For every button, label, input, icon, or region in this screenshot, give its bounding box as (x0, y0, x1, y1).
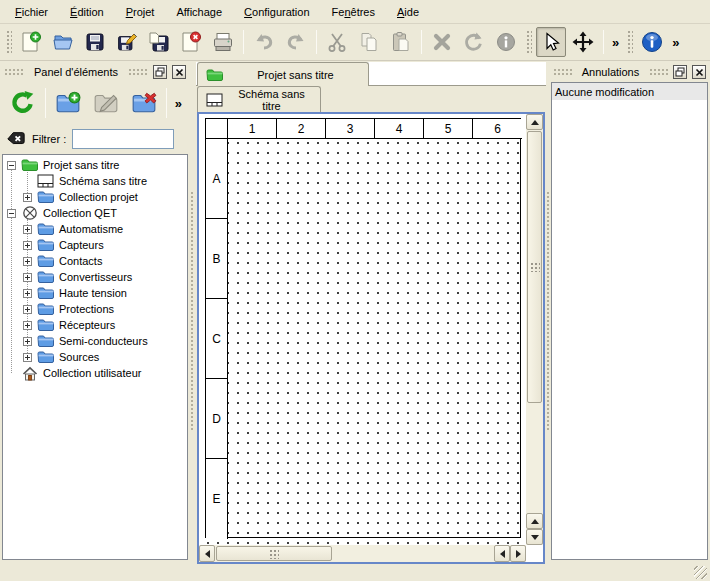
toolbar-separator (316, 30, 317, 54)
sheet-column-header-4: 4 (375, 119, 424, 139)
menu-fenetres[interactable]: Fenêtres (321, 2, 386, 22)
dock-drag-texture[interactable] (4, 68, 24, 76)
menu-edition[interactable]: Édition (59, 2, 115, 22)
menu-aide[interactable]: Aide (386, 2, 430, 22)
toolbar-grip-handle[interactable] (525, 29, 532, 55)
about-qet-button[interactable] (637, 27, 667, 57)
tree-expander-plus[interactable] (23, 241, 32, 250)
tree-expander-plus[interactable] (23, 321, 32, 330)
left-splitter[interactable] (188, 62, 196, 560)
float-panel-button[interactable] (153, 65, 167, 79)
toolbar-grip-handle[interactable] (5, 29, 12, 55)
menu-affichage[interactable]: Affichage (165, 2, 233, 22)
panel-toolbar-overflow-chevron-icon[interactable]: » (171, 96, 186, 111)
tab-schema[interactable]: Schéma sans titre (197, 86, 321, 112)
delete-button[interactable] (427, 27, 457, 57)
horizontal-scrollbar[interactable] (199, 545, 526, 562)
floppy-all-icon (148, 31, 170, 53)
scroll-up-button[interactable] (526, 114, 543, 130)
tree-item-protections[interactable]: Protections (3, 301, 187, 317)
filter-clear-icon[interactable] (6, 129, 26, 149)
window-resize-grip[interactable] (694, 566, 707, 579)
reload-collections-button[interactable] (6, 86, 40, 120)
save-button[interactable] (80, 27, 110, 57)
tree-expander-plus[interactable] (23, 289, 32, 298)
schema-viewport[interactable]: 123456ABCDE (199, 114, 526, 545)
menu-projet[interactable]: Projet (115, 2, 166, 22)
tree-item-projet-sans-titre[interactable]: Projet sans titre (3, 157, 187, 173)
toolbar-grip-handle[interactable] (626, 29, 633, 55)
open-document-button[interactable] (48, 27, 78, 57)
tree-item-collection-projet[interactable]: Collection projet (3, 189, 187, 205)
vertical-scrollbar[interactable] (526, 114, 543, 545)
scroll-left-button-2[interactable] (494, 545, 510, 562)
scroll-right-button[interactable] (510, 545, 526, 562)
tree-item-collection-qet[interactable]: Collection QET (3, 205, 187, 221)
toolbar-overflow-2-chevron-icon[interactable]: » (668, 35, 683, 50)
tree-expander-plus[interactable] (23, 305, 32, 314)
tab-project-label: Projet sans titre (231, 69, 360, 81)
dock-drag-texture[interactable] (649, 68, 668, 76)
tree-expander-plus[interactable] (23, 353, 32, 362)
doc-close-icon (180, 31, 202, 53)
tree-item-contacts[interactable]: Contacts (3, 253, 187, 269)
rotate-icon (463, 31, 485, 53)
tree-expander-minus[interactable] (7, 209, 16, 218)
save-all-button[interactable] (144, 27, 174, 57)
tree-item-capteurs[interactable]: Capteurs (3, 237, 187, 253)
tab-schema-label: Schéma sans titre (231, 88, 312, 112)
dock-drag-texture[interactable] (553, 68, 572, 76)
dock-drag-texture[interactable] (128, 68, 148, 76)
vertical-scroll-thumb[interactable] (527, 131, 542, 403)
toolbar-overflow-1-chevron-icon[interactable]: » (608, 35, 623, 50)
scroll-up-button-2[interactable] (526, 513, 543, 529)
tree-item-collection-utilisateur[interactable]: Collection utilisateur (3, 365, 187, 381)
tree-expander-plus[interactable] (23, 225, 32, 234)
rotate-button[interactable] (459, 27, 489, 57)
select-mode-button[interactable] (536, 27, 566, 57)
edit-category-button[interactable] (89, 86, 123, 120)
close-panel-button[interactable] (692, 65, 706, 79)
tree-item-semi-conducteurs[interactable]: Semi-conducteurs (3, 333, 187, 349)
tree-expander-plus[interactable] (23, 273, 32, 282)
print-button[interactable] (208, 27, 238, 57)
redo-button[interactable] (281, 27, 311, 57)
tree-item-automatisme[interactable]: Automatisme (3, 221, 187, 237)
float-panel-button[interactable] (673, 65, 687, 79)
tree-item-sources[interactable]: Sources (3, 349, 187, 365)
tree-expander-plus[interactable] (23, 193, 32, 202)
filter-input[interactable] (72, 129, 174, 149)
elements-tree: Projet sans titreSchéma sans titreCollec… (2, 154, 188, 560)
tree-item-re-cepteurs[interactable]: Récepteurs (3, 317, 187, 333)
menu-fichier[interactable]: Fichier (4, 2, 59, 22)
close-panel-button[interactable] (172, 65, 186, 79)
paste-button[interactable] (386, 27, 416, 57)
tree-expander-plus[interactable] (23, 257, 32, 266)
tree-expander-minus[interactable] (7, 161, 16, 170)
tree-expander-plus[interactable] (23, 337, 32, 346)
folder-blue-icon (37, 238, 54, 252)
tree-item-sche-ma-sans-titre[interactable]: Schéma sans titre (3, 173, 187, 189)
schema-sheet-icon (37, 174, 54, 188)
tree-item-haute-tension[interactable]: Haute tension (3, 285, 187, 301)
sheet-row-header-E: E (206, 459, 228, 539)
copy-button[interactable] (354, 27, 384, 57)
undo-button[interactable] (249, 27, 279, 57)
undo-history-item[interactable]: Aucune modification (552, 83, 707, 100)
tree-indent-spacer (7, 369, 16, 378)
scroll-down-button[interactable] (526, 529, 543, 545)
horizontal-scroll-thumb[interactable] (216, 546, 332, 561)
cut-button[interactable] (322, 27, 352, 57)
new-document-button[interactable] (16, 27, 46, 57)
delete-category-button[interactable] (127, 86, 161, 120)
element-info-button[interactable] (491, 27, 521, 57)
tab-project[interactable]: Projet sans titre (197, 62, 369, 86)
save-as-button[interactable] (112, 27, 142, 57)
new-category-button[interactable] (51, 86, 85, 120)
tree-item-convertisseurs[interactable]: Convertisseurs (3, 269, 187, 285)
close-document-button[interactable] (176, 27, 206, 57)
menu-configuration[interactable]: Configuration (233, 2, 320, 22)
scroll-left-button[interactable] (199, 545, 215, 562)
scroll-mode-button[interactable] (568, 27, 598, 57)
schema-canvas[interactable]: 123456ABCDE (197, 112, 545, 564)
